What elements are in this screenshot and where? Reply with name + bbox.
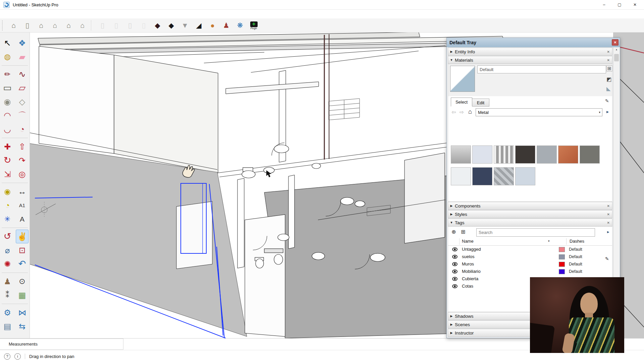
tool-dimensions[interactable]: ↔ <box>16 185 29 198</box>
tag-color-swatch[interactable] <box>559 262 565 267</box>
tool-zoom[interactable]: ⌀ <box>1 243 14 257</box>
tool-arc[interactable]: ◠ <box>1 109 14 122</box>
tool-rotate[interactable]: ↻ <box>1 154 14 167</box>
tag-row-Untagged[interactable]: Untagged Default <box>448 246 612 253</box>
swatch-metal-dark-rough[interactable] <box>515 145 535 164</box>
tool-position-camera[interactable]: ♟ <box>1 275 14 288</box>
menu-camera[interactable] <box>21 13 28 15</box>
scroll-up-arrow-icon[interactable]: ▴ <box>613 48 620 53</box>
toolbar-view-iso[interactable]: ⌂ <box>7 19 20 32</box>
section-entity-info[interactable]: ▶ Entity Info ✕ <box>448 48 612 56</box>
tool-tape-measure[interactable]: ◉ <box>1 185 14 198</box>
add-tag-folder-button[interactable]: ⊞ <box>461 229 465 235</box>
tool-section-plane-tool[interactable]: ▦ <box>16 288 29 302</box>
swatch-metal-copper[interactable] <box>558 145 578 164</box>
tool-extension-layers[interactable]: ▤ <box>1 319 14 333</box>
swatch-metal-blue-denim[interactable] <box>472 167 492 185</box>
tag-row-suelos[interactable]: suelos Default <box>448 253 612 260</box>
material-name-field[interactable] <box>477 65 606 73</box>
visibility-eye-icon[interactable] <box>452 269 458 274</box>
tag-row-Mobiliario[interactable]: Mobiliario Default <box>448 268 612 275</box>
tool-pie[interactable]: ◔ <box>16 122 29 136</box>
toolbar-display-section-fill[interactable]: ▯ <box>137 19 151 32</box>
tool-axes[interactable]: ✳ <box>1 212 14 226</box>
toolbar-section-plane[interactable]: ▯ <box>96 19 109 32</box>
menu-tools[interactable] <box>34 13 41 15</box>
chevron-down-icon[interactable]: ▾ <box>548 239 550 243</box>
toolbar-display-section-cuts[interactable]: ▯ <box>123 19 137 32</box>
material-preview-thumbnail[interactable] <box>450 66 475 92</box>
home-icon[interactable]: ⌂ <box>468 108 472 115</box>
material-collection-dropdown[interactable]: Metal ▾ <box>476 108 602 116</box>
tool-orbit[interactable]: ↺ <box>1 230 14 243</box>
tool-two-point-arc[interactable]: ⌒ <box>16 109 29 122</box>
tool-extension-arrows[interactable]: ⇆ <box>16 319 29 333</box>
visibility-eye-icon[interactable] <box>452 262 458 266</box>
tool-make-component[interactable]: ❖ <box>16 36 29 50</box>
tags-column-header[interactable]: Name ▾ Dashes <box>448 238 612 246</box>
tray-close-button[interactable]: ✕ <box>612 39 619 46</box>
visibility-eye-icon[interactable] <box>452 247 458 251</box>
swatch-metal-dark-gray[interactable] <box>580 145 600 164</box>
close-section-icon[interactable]: ✕ <box>607 213 610 216</box>
create-material-button[interactable]: ⊞ <box>606 65 612 71</box>
close-section-icon[interactable]: ✕ <box>607 204 610 208</box>
tab-select[interactable]: Select <box>451 98 472 107</box>
filter-arrow-button[interactable]: ▸ <box>607 229 609 234</box>
visibility-eye-icon[interactable] <box>452 284 458 288</box>
tag-color-swatch[interactable] <box>559 269 565 274</box>
tool-look-around[interactable]: ⊙ <box>16 275 29 288</box>
tool-previous[interactable]: ↶ <box>16 257 29 271</box>
swatch-metal-gray-speckle[interactable] <box>537 145 557 164</box>
tag-color-swatch[interactable] <box>559 254 565 259</box>
toolbar-extension-face-black[interactable]: ◆ <box>164 19 178 32</box>
menu-help[interactable] <box>54 13 61 15</box>
swatch-metal-brushed[interactable] <box>494 145 514 164</box>
default-material-sample-icon[interactable]: ◣ <box>606 85 610 92</box>
edit-dashes-pencil-icon[interactable]: ✎ <box>605 256 609 261</box>
menu-file[interactable] <box>1 13 7 15</box>
toolbar-extension-figure[interactable]: ♟ <box>219 19 233 32</box>
tool-rectangle[interactable]: ▭ <box>1 81 14 95</box>
tool-zoom-window[interactable]: ⊡ <box>16 243 29 257</box>
info-icon[interactable]: i <box>14 353 21 360</box>
column-name[interactable]: Name <box>462 239 474 244</box>
add-tag-button[interactable]: ⊕ <box>451 229 456 235</box>
tool-extension-gear[interactable]: ⚙ <box>1 306 14 319</box>
tool-scale[interactable]: ⇲ <box>1 167 14 181</box>
tool-three-point-arc[interactable]: ◡ <box>1 122 14 136</box>
tool-line[interactable]: ✏ <box>1 67 14 81</box>
close-section-icon[interactable]: ✕ <box>607 50 610 54</box>
swatch-metal-light-blue[interactable] <box>515 167 535 185</box>
column-dashes[interactable]: Dashes <box>570 239 584 244</box>
tool-extension-bowtie[interactable]: ⋈ <box>16 306 29 319</box>
tool-3d-text[interactable]: A <box>16 212 29 226</box>
tool-rotated-rectangle[interactable]: ▱ <box>16 81 29 95</box>
tool-zoom-extents[interactable]: ✺ <box>1 257 14 271</box>
toolbar-view-left[interactable]: ⌂ <box>75 19 89 32</box>
toolbar-extension-plane[interactable]: ◢ <box>192 19 206 32</box>
tool-pan[interactable]: ✌ <box>16 230 29 243</box>
section-components[interactable]: ▶ Components ✕ <box>448 202 612 210</box>
forward-arrow-icon[interactable]: ⇨ <box>460 109 464 115</box>
close-button[interactable]: ✕ <box>627 0 643 9</box>
swatch-metal-diamond-plate[interactable] <box>494 167 514 185</box>
menu-window[interactable] <box>41 13 48 15</box>
section-styles[interactable]: ▶ Styles ✕ <box>448 210 612 218</box>
tag-row-Muros[interactable]: Muros Default <box>448 260 612 268</box>
swatch-metal-pale-blue[interactable] <box>472 145 492 164</box>
paint-bucket-icon[interactable]: ◩ <box>606 76 611 82</box>
close-section-icon[interactable]: ✕ <box>607 221 610 225</box>
toolbar-view-front[interactable]: ⌂ <box>34 19 48 32</box>
tool-freehand[interactable]: ∿ <box>16 67 29 81</box>
geolocation-icon[interactable]: ? <box>4 353 10 360</box>
measurements-box[interactable]: Measurements <box>0 339 123 350</box>
tab-edit[interactable]: Edit <box>472 99 489 107</box>
toolbar-extension-sphere[interactable]: ● <box>206 19 219 32</box>
tool-polygon[interactable]: ◇ <box>16 95 29 109</box>
sample-paint-dropper-icon[interactable]: ✎ <box>605 98 609 104</box>
toolbar-extension-funnel[interactable]: ▼ <box>178 19 192 32</box>
toolbar-display-section-planes[interactable]: ▯ <box>109 19 123 32</box>
tool-circle[interactable]: ◉ <box>1 95 14 109</box>
tags-search-input[interactable] <box>476 228 595 237</box>
